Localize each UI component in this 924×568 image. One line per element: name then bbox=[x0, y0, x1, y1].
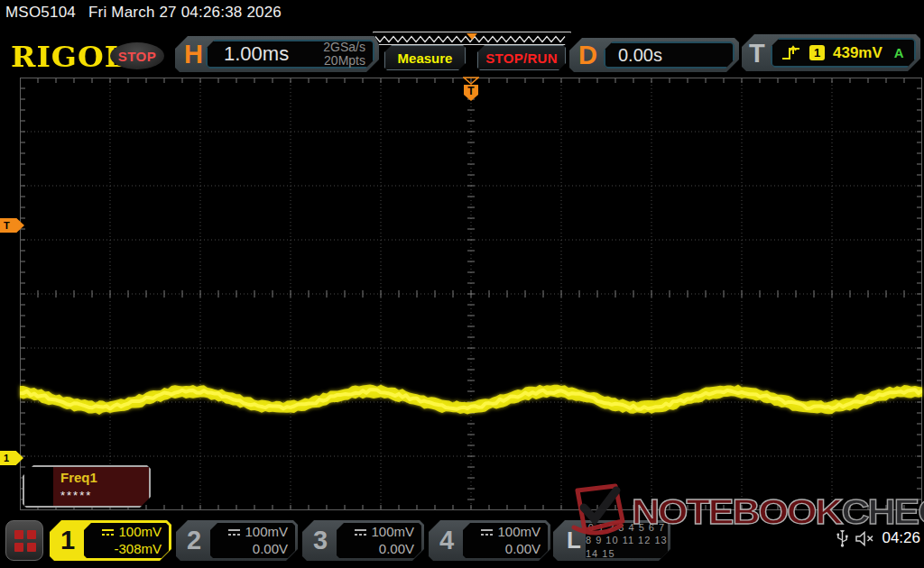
channel-2-button[interactable]: 2 100mV 0.00V bbox=[176, 520, 298, 561]
channel-1-number: 1 bbox=[50, 520, 86, 561]
rigol-logo: RIGOL bbox=[11, 41, 126, 74]
delay-label: D bbox=[578, 41, 597, 70]
stop-run-button[interactable]: STOP/RUN bbox=[477, 45, 566, 70]
dc-coupling-icon bbox=[481, 528, 493, 536]
sample-rate: 2GSa/s bbox=[323, 40, 365, 54]
horizontal-position-indicator[interactable] bbox=[373, 32, 571, 45]
horizontal-timebase-button[interactable]: H 1.00ms 2GSa/s 20Mpts bbox=[175, 36, 379, 72]
trigger-level-value: 439mV bbox=[833, 44, 882, 62]
dc-coupling-icon bbox=[228, 528, 240, 536]
channel-1-scale: 100mV bbox=[118, 524, 162, 541]
delay-value: 0.00s bbox=[618, 45, 662, 66]
channel-3-offset: 0.00V bbox=[379, 541, 414, 558]
channel-1-button[interactable]: 1 100mV -308mV bbox=[50, 520, 171, 561]
run-state-badge[interactable]: STOP bbox=[110, 42, 164, 69]
trigger-button[interactable]: T 1 439mV A bbox=[742, 34, 920, 71]
channel-3-button[interactable]: 3 100mV 0.00V bbox=[302, 520, 424, 561]
channel-2-number: 2 bbox=[176, 520, 212, 561]
clock[interactable]: 04:26 bbox=[882, 529, 920, 547]
measure-button[interactable]: Measure bbox=[384, 45, 466, 70]
logic-analyzer-label: L bbox=[562, 520, 586, 561]
usb-icon bbox=[836, 529, 848, 547]
channel-2-offset: 0.00V bbox=[253, 541, 288, 558]
datetime: Fri March 27 04:26:38 2026 bbox=[88, 4, 282, 21]
channel-3-scale: 100mV bbox=[371, 524, 414, 541]
channel-3-number: 3 bbox=[302, 520, 338, 561]
channel1-trace[interactable] bbox=[20, 78, 922, 510]
trigger-slope-icon bbox=[781, 45, 801, 61]
horizontal-label: H bbox=[184, 40, 203, 69]
trigger-position-marker[interactable]: T bbox=[463, 77, 479, 105]
channel-2-scale: 100mV bbox=[245, 524, 288, 541]
channel-4-offset: 0.00V bbox=[505, 541, 541, 558]
channel-1-offset: -308mV bbox=[114, 541, 162, 558]
trigger-source-badge: 1 bbox=[809, 45, 825, 60]
digital-channels-row2: 8 9 10 11 12 13 14 15 bbox=[586, 534, 668, 560]
menu-grid-button[interactable] bbox=[5, 520, 43, 561]
channel-4-button[interactable]: 4 100mV 0.00V bbox=[429, 520, 550, 561]
channel-4-number: 4 bbox=[429, 520, 465, 561]
samplerate-memdepth: 2GSa/s 20Mpts bbox=[323, 41, 365, 69]
status-area: 04:26 bbox=[836, 529, 920, 547]
digital-channels-row1: 0 1 2 3 4 5 6 7 bbox=[588, 521, 665, 534]
measurement-panel-freq1[interactable]: Freq1 ***** bbox=[23, 465, 151, 508]
logic-analyzer-button[interactable]: L 0 1 2 3 4 5 6 7 8 9 10 11 12 13 14 15 bbox=[553, 520, 670, 561]
titlebar: MSO5104Fri March 27 04:26:38 2026 bbox=[5, 4, 282, 22]
measurement-value: ***** bbox=[60, 489, 92, 502]
menu-grid-icon bbox=[14, 530, 23, 539]
dc-coupling-icon bbox=[355, 528, 366, 536]
trigger-position-label: T bbox=[467, 85, 475, 97]
channel-4-scale: 100mV bbox=[497, 524, 541, 541]
speaker-muted-icon bbox=[855, 531, 874, 546]
delay-button[interactable]: D 0.00s bbox=[569, 38, 739, 72]
memory-depth: 20Mpts bbox=[324, 53, 365, 68]
timebase-value: 1.00ms bbox=[224, 42, 289, 66]
trigger-mode: A bbox=[894, 45, 904, 60]
trigger-label: T bbox=[749, 38, 765, 68]
waveform-display-area bbox=[20, 78, 922, 510]
model-name: MSO5104 bbox=[5, 4, 76, 21]
trigger-position-mini-icon bbox=[467, 33, 477, 40]
measurement-name: Freq1 bbox=[60, 470, 97, 485]
dc-coupling-icon bbox=[102, 528, 114, 536]
oscilloscope-screen: MSO5104Fri March 27 04:26:38 2026 RIGOL … bbox=[0, 0, 924, 568]
